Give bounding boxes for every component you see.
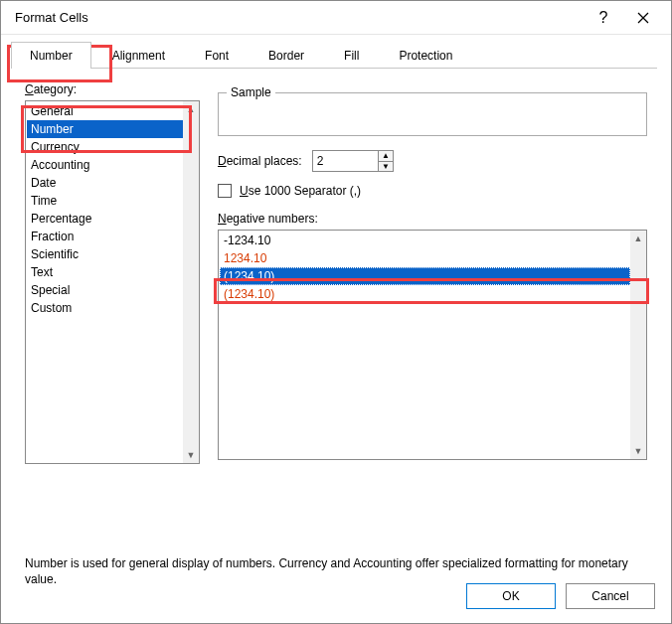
tab-number[interactable]: Number <box>11 42 91 69</box>
negative-option-plain[interactable]: -1234.10 <box>220 232 630 249</box>
category-item-custom[interactable]: Custom <box>27 299 183 317</box>
close-icon <box>637 12 649 24</box>
category-list: General Number Currency Accounting Date … <box>25 100 200 464</box>
scroll-down-icon[interactable]: ▼ <box>630 443 646 459</box>
negative-option-red[interactable]: 1234.10 <box>220 249 630 267</box>
scroll-down-icon[interactable]: ▼ <box>183 447 199 463</box>
decimal-places-input[interactable] <box>313 151 378 171</box>
scroll-up-icon[interactable]: ▲ <box>630 231 646 246</box>
description-text: Number is used for general display of nu… <box>1 546 671 587</box>
category-item-special[interactable]: Special <box>27 281 183 299</box>
negative-option-parens-red[interactable]: (1234.10) <box>220 285 630 303</box>
tab-font[interactable]: Font <box>186 42 248 69</box>
negative-numbers-label: Negative numbers: <box>218 212 647 226</box>
spinner-down-icon[interactable]: ▼ <box>379 162 393 172</box>
sample-label: Sample <box>227 85 275 99</box>
titlebar: Format Cells ? <box>1 1 671 35</box>
category-item-date[interactable]: Date <box>27 174 183 192</box>
tab-border[interactable]: Border <box>250 42 323 69</box>
category-item-text[interactable]: Text <box>27 263 183 281</box>
tab-fill[interactable]: Fill <box>325 42 378 69</box>
dialog-buttons: OK Cancel <box>466 583 655 609</box>
category-item-number[interactable]: Number <box>27 120 183 138</box>
category-item-percentage[interactable]: Percentage <box>27 210 183 228</box>
checkbox-box[interactable] <box>218 184 232 198</box>
category-panel: Category: General Number Currency Accoun… <box>25 82 200 546</box>
negative-numbers-list: -1234.10 1234.10 (1234.10) (1234.10) ▲ ▼ <box>218 230 647 460</box>
tab-alignment[interactable]: Alignment <box>93 42 184 69</box>
category-item-currency[interactable]: Currency <box>27 138 183 156</box>
spinner-up-icon[interactable]: ▲ <box>379 151 393 162</box>
close-button[interactable] <box>623 1 663 35</box>
ok-button[interactable]: OK <box>466 583 556 609</box>
content-area: Category: General Number Currency Accoun… <box>1 69 671 546</box>
thousand-separator-label: Use 1000 Separator (,) <box>240 184 361 198</box>
sample-box: Sample <box>218 92 647 136</box>
category-item-general[interactable]: General <box>27 102 183 120</box>
category-item-fraction[interactable]: Fraction <box>27 228 183 245</box>
category-item-time[interactable]: Time <box>27 192 183 210</box>
category-scrollbar[interactable]: ▲ ▼ <box>183 101 199 463</box>
decimal-places-spinner: ▲ ▼ <box>312 150 394 172</box>
scroll-up-icon[interactable]: ▲ <box>183 101 199 117</box>
options-panel: Sample Decimal places: ▲ ▼ Use 1000 Sepa… <box>218 82 647 546</box>
category-item-accounting[interactable]: Accounting <box>27 156 183 174</box>
dialog-title: Format Cells <box>15 10 584 25</box>
negative-scrollbar[interactable]: ▲ ▼ <box>630 231 646 459</box>
cancel-button[interactable]: Cancel <box>566 583 655 609</box>
format-cells-dialog: Format Cells ? Number Alignment Font Bor… <box>0 0 672 624</box>
tab-protection[interactable]: Protection <box>380 42 471 69</box>
tab-bar: Number Alignment Font Border Fill Protec… <box>1 35 671 69</box>
category-label: Category: <box>25 82 200 96</box>
thousand-separator-checkbox[interactable]: Use 1000 Separator (,) <box>218 184 647 198</box>
help-button[interactable]: ? <box>584 1 623 35</box>
decimal-row: Decimal places: ▲ ▼ <box>218 150 647 172</box>
category-item-scientific[interactable]: Scientific <box>27 245 183 263</box>
decimal-places-label: Decimal places: <box>218 154 302 168</box>
negative-option-parens[interactable]: (1234.10) <box>220 267 630 285</box>
